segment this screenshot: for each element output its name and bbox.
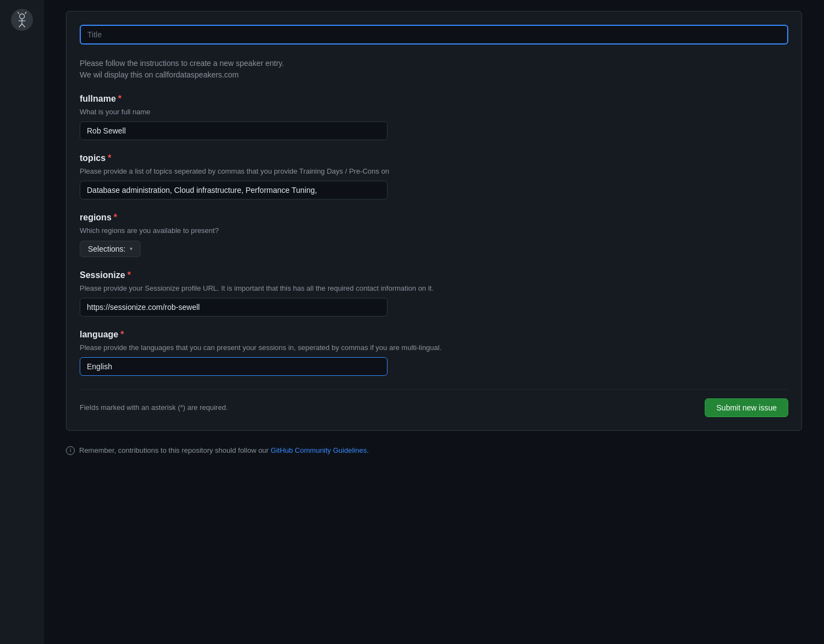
sessionize-input[interactable] — [80, 298, 388, 317]
language-label: language * — [80, 330, 788, 340]
regions-label: regions * — [80, 213, 788, 223]
dropdown-label: Selections: — [88, 245, 125, 253]
chevron-down-icon: ▾ — [130, 246, 132, 252]
community-note: i Remember, contributions to this reposi… — [66, 440, 802, 462]
main-content: Please follow the instructions to create… — [44, 0, 824, 644]
fullname-section: fullname * What is your full name — [80, 94, 788, 140]
form-description: Please follow the instructions to create… — [80, 58, 788, 81]
sessionize-section: Sessionize * Please provide your Session… — [80, 270, 788, 317]
regions-required-star: * — [114, 213, 117, 223]
topics-section: topics * Please provide a list of topics… — [80, 153, 788, 199]
avatar[interactable] — [11, 9, 33, 31]
form-footer: Fields marked with an asterisk (*) are r… — [80, 389, 788, 417]
language-section: language * Please provide the languages … — [80, 330, 788, 376]
regions-section: regions * Which regions are you availabl… — [80, 213, 788, 257]
community-guidelines-link[interactable]: GitHub Community Guidelines. — [270, 446, 368, 454]
sidebar — [0, 0, 44, 644]
sessionize-description: Please provide your Sessionize profile U… — [80, 284, 788, 293]
fullname-required-star: * — [118, 94, 121, 104]
info-icon: i — [66, 446, 75, 455]
required-note: Fields marked with an asterisk (*) are r… — [80, 403, 228, 412]
language-input[interactable] — [80, 357, 388, 376]
topics-label: topics * — [80, 153, 788, 163]
sessionize-required-star: * — [128, 270, 131, 280]
topics-input[interactable] — [80, 181, 388, 199]
submit-button[interactable]: Submit new issue — [705, 398, 788, 417]
regions-description: Which regions are you available to prese… — [80, 226, 788, 236]
community-note-text: Remember, contributions to this reposito… — [79, 446, 369, 454]
topics-description: Please provide a list of topics seperate… — [80, 166, 788, 176]
form-container: Please follow the instructions to create… — [66, 11, 802, 431]
fullname-label: fullname * — [80, 94, 788, 104]
language-description: Please provide the languages that you ca… — [80, 343, 788, 353]
fullname-description: What is your full name — [80, 107, 788, 117]
regions-dropdown[interactable]: Selections: ▾ — [80, 241, 141, 257]
sessionize-label: Sessionize * — [80, 270, 788, 280]
title-input[interactable] — [80, 25, 788, 45]
language-required-star: * — [120, 330, 124, 340]
topics-required-star: * — [108, 153, 111, 163]
fullname-input[interactable] — [80, 121, 388, 140]
